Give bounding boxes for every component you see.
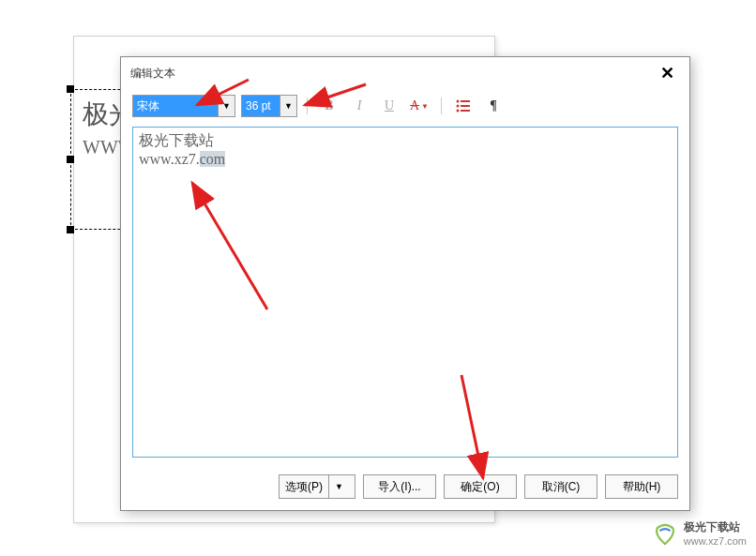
font-size-dropdown-icon[interactable]: ▼	[280, 96, 296, 116]
edit-text-dialog: 编辑文本 ✕ ▼ ▼ B I U A ▼	[120, 56, 690, 511]
paragraph-button[interactable]: ¶	[481, 95, 506, 117]
cancel-button[interactable]: 取消(C)	[524, 474, 597, 499]
svg-point-0	[457, 100, 460, 103]
font-size-combo[interactable]: ▼	[241, 95, 297, 117]
toolbar-separator	[307, 98, 308, 114]
selected-text: com	[200, 151, 226, 167]
text-content-line2: www.xz7.com	[139, 151, 672, 168]
svg-point-4	[457, 110, 460, 113]
format-toolbar: ▼ ▼ B I U A ▼ ¶	[121, 89, 689, 123]
font-name-dropdown-icon[interactable]: ▼	[218, 96, 234, 116]
italic-button[interactable]: I	[347, 95, 371, 117]
watermark-text: 极光下载站 www.xz7.com	[684, 519, 747, 547]
font-color-icon: A	[410, 98, 419, 113]
svg-rect-1	[461, 100, 470, 102]
toolbar-separator-2	[441, 98, 442, 114]
selection-handle-middle-left[interactable]	[67, 156, 74, 163]
dialog-button-bar: 选项(P) ▼ 导入(I)... 确定(O) 取消(C) 帮助(H)	[121, 467, 689, 510]
svg-point-2	[457, 105, 460, 108]
watermark: 极光下载站 www.xz7.com	[652, 519, 747, 547]
import-button[interactable]: 导入(I)...	[363, 474, 436, 499]
text-content-line1: 极光下载站	[139, 131, 672, 151]
text-edit-area[interactable]: 极光下载站 www.xz7.com	[132, 127, 678, 458]
font-size-input[interactable]	[242, 96, 280, 116]
watermark-url: www.xz7.com	[684, 535, 747, 547]
font-color-button[interactable]: A ▼	[407, 95, 431, 117]
selection-handle-bottom-left[interactable]	[67, 226, 74, 233]
watermark-logo-icon	[652, 520, 678, 547]
options-button-label: 选项(P)	[285, 479, 323, 495]
close-button[interactable]: ✕	[655, 63, 680, 83]
options-button[interactable]: 选项(P) ▼	[279, 474, 355, 499]
options-dropdown-icon: ▼	[328, 475, 349, 498]
svg-rect-3	[461, 105, 470, 107]
font-name-combo[interactable]: ▼	[132, 95, 235, 117]
underline-button[interactable]: U	[377, 95, 401, 117]
watermark-name: 极光下载站	[684, 519, 747, 535]
ok-button[interactable]: 确定(O)	[444, 474, 517, 499]
list-icon	[456, 99, 471, 113]
selection-handle-top-left[interactable]	[67, 85, 74, 93]
bold-button[interactable]: B	[317, 95, 341, 117]
dialog-titlebar[interactable]: 编辑文本 ✕	[121, 57, 689, 89]
help-button[interactable]: 帮助(H)	[605, 474, 678, 499]
list-button[interactable]	[451, 95, 476, 117]
font-color-dropdown-icon: ▼	[421, 102, 429, 111]
svg-rect-5	[461, 110, 470, 112]
dialog-title: 编辑文本	[130, 66, 175, 82]
font-name-input[interactable]	[133, 96, 218, 116]
